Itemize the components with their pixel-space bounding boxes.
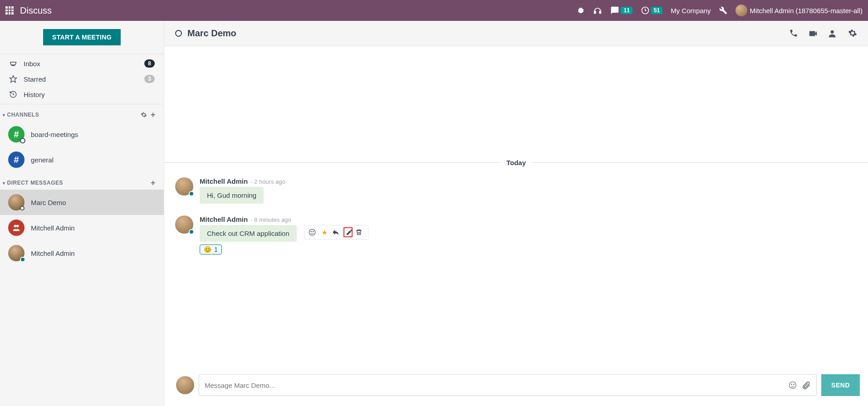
dm-header[interactable]: ▾ DIRECT MESSAGES + [0,172,164,190]
top-navbar: Discuss 11 51 My Company Mitchell Admin … [0,0,868,21]
chat-title: Marc Demo [187,28,236,39]
svg-point-9 [313,231,314,232]
channel-label: general [31,156,54,164]
chevron-down-icon: ▾ [3,181,5,186]
add-user-icon[interactable] [828,29,838,39]
messages-badge: 11 [621,7,632,14]
dm-avatar [8,220,25,236]
mailbox-label: Inbox [24,60,40,68]
composer-input-wrap [199,374,817,396]
add-channel-icon[interactable]: + [151,112,156,118]
svg-point-12 [794,384,794,385]
debug-icon[interactable] [577,6,585,15]
dm-avatar [8,194,25,210]
tools-icon[interactable] [719,6,727,15]
edit-icon[interactable] [343,227,353,237]
mailbox-count: 3 [144,75,155,83]
message-author: Mitchell Admin [200,177,248,185]
svg-rect-1 [600,11,601,14]
dm-label: Marc Demo [31,199,66,206]
channel-general[interactable]: # general [0,147,164,172]
message-author: Mitchell Admin [200,215,248,223]
settings-icon[interactable] [848,29,857,39]
support-icon[interactable] [593,6,602,15]
message-list: Today Mitchell Admin - 2 hours ago Hi, G… [164,46,868,369]
date-divider: Today [164,46,868,166]
dm-mitchell-admin-1[interactable]: Mitchell Admin [0,215,164,240]
mailbox-label: History [24,91,45,98]
send-button[interactable]: SEND [821,374,860,396]
channel-avatar: # [8,126,25,142]
message-avatar [175,177,193,196]
company-switcher[interactable]: My Company [671,7,711,15]
app-title: Discuss [20,5,52,16]
svg-point-11 [791,384,792,385]
mailbox-label: Starred [24,75,46,83]
channel-board-meetings[interactable]: # board-meetings [0,122,164,147]
reply-icon[interactable] [332,228,341,236]
message-body: Hi, Gud morning [200,187,264,204]
add-dm-icon[interactable]: + [151,180,156,186]
svg-point-7 [309,229,315,235]
user-avatar [736,5,747,16]
mailbox-history[interactable]: History [0,87,164,102]
apps-icon[interactable] [5,6,14,15]
user-menu[interactable]: Mitchell Admin (18780655-master-all) [736,5,863,16]
dm-mitchell-admin-2[interactable]: Mitchell Admin [0,240,164,266]
mailbox-count: 8 [144,59,155,68]
reaction-chip[interactable]: 😊 1 [200,245,222,254]
channels-header[interactable]: ▾ CHANNELS + [0,104,164,122]
delete-icon[interactable] [355,229,364,236]
inbox-icon [9,59,19,68]
star-icon [9,75,19,83]
reaction-emoji: 😊 [204,246,211,253]
sidebar: START A MEETING Inbox 8 Starred 3 [0,21,164,406]
message-time: - 2 hours ago [250,178,285,185]
channel-label: board-meetings [31,131,78,138]
dm-label: Mitchell Admin [31,249,75,257]
svg-point-8 [311,231,312,232]
activities-icon[interactable]: 51 [641,6,662,15]
composer-avatar [176,376,194,394]
message-body: Check out CRM application [200,225,297,242]
chevron-down-icon: ▾ [3,113,5,117]
svg-point-10 [790,382,796,389]
user-name: Mitchell Admin (18780655-master-all) [750,7,863,15]
history-icon [9,90,19,98]
section-title: DIRECT MESSAGES [7,180,64,186]
react-icon[interactable] [308,228,317,236]
svg-marker-3 [10,76,17,83]
presence-icon [175,30,182,37]
svg-rect-0 [594,11,596,14]
dm-label: Mitchell Admin [31,224,75,232]
message: Mitchell Admin - 8 minutes ago Check out… [164,213,868,264]
video-call-icon[interactable] [808,29,818,39]
emoji-icon[interactable] [788,381,797,390]
attach-icon[interactable] [802,381,811,390]
composer-input[interactable] [205,382,784,389]
messages-icon[interactable]: 11 [610,6,632,15]
star-icon[interactable]: ★ [320,228,329,237]
message-time: - 8 minutes ago [250,216,291,223]
message-toolbar: ★ [304,225,368,240]
svg-point-4 [14,225,17,228]
composer: SEND [164,369,868,406]
channel-avatar: # [8,152,25,168]
chat-main: Marc Demo Today [164,21,868,406]
phone-call-icon[interactable] [789,29,798,39]
date-label: Today [500,159,532,166]
channel-settings-icon[interactable] [141,112,147,118]
svg-point-5 [16,225,19,228]
chat-header: Marc Demo [164,21,868,46]
reaction-count: 1 [214,246,218,253]
message: Mitchell Admin - 2 hours ago Hi, Gud mor… [164,175,868,213]
dm-marc-demo[interactable]: Marc Demo [0,190,164,215]
mailbox-inbox[interactable]: Inbox 8 [0,56,164,71]
mailbox-starred[interactable]: Starred 3 [0,71,164,87]
message-avatar [175,215,193,234]
activities-badge: 51 [651,7,662,14]
svg-point-6 [831,30,834,33]
dm-avatar [8,245,25,261]
section-title: CHANNELS [7,112,39,118]
start-meeting-button[interactable]: START A MEETING [43,29,121,45]
